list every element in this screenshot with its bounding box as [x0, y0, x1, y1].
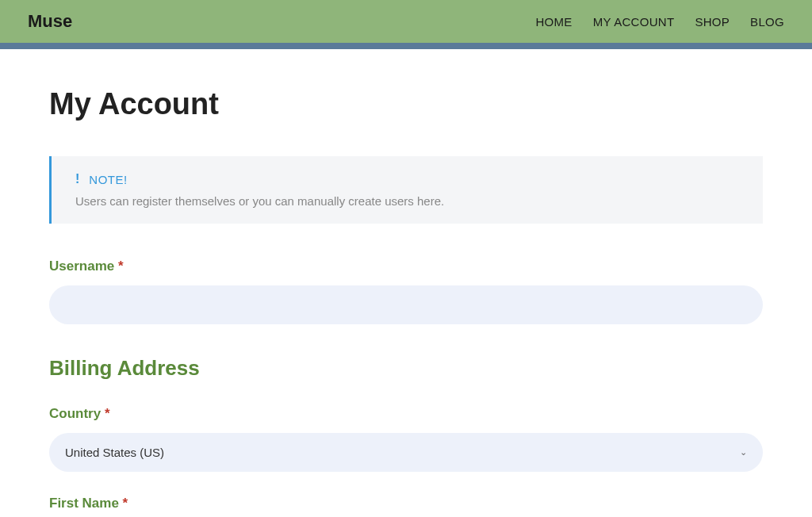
page-title: My Account: [49, 87, 763, 121]
note-text: Users can register themselves or you can…: [75, 194, 739, 208]
note-header: ! NOTE!: [75, 172, 739, 186]
country-label: Country *: [49, 406, 763, 422]
note-box: ! NOTE! Users can register themselves or…: [49, 156, 763, 224]
country-select-wrapper: United States (US) ⌄: [49, 433, 763, 496]
info-icon: !: [75, 172, 79, 186]
required-mark: *: [105, 406, 110, 421]
main-container: My Account ! NOTE! Users can register th…: [21, 87, 791, 517]
first-name-label-text: First Name: [49, 496, 123, 511]
required-mark: *: [123, 496, 128, 511]
first-name-label: First Name *: [49, 496, 763, 511]
nav-home[interactable]: HOME: [535, 15, 572, 29]
main-nav: HOME MY ACCOUNT SHOP BLOG: [535, 15, 784, 29]
country-select[interactable]: United States (US): [49, 433, 763, 472]
site-logo[interactable]: Muse: [28, 11, 72, 32]
nav-shop[interactable]: SHOP: [695, 15, 730, 29]
header: Muse HOME MY ACCOUNT SHOP BLOG: [0, 0, 812, 43]
country-label-text: Country: [49, 406, 105, 421]
username-input[interactable]: [49, 285, 763, 324]
header-divider: [0, 43, 812, 49]
billing-address-heading: Billing Address: [49, 356, 763, 381]
nav-my-account[interactable]: MY ACCOUNT: [593, 15, 675, 29]
nav-blog[interactable]: BLOG: [750, 15, 784, 29]
username-label-text: Username: [49, 258, 118, 274]
username-label: Username *: [49, 258, 763, 274]
note-title: NOTE!: [89, 173, 127, 186]
required-mark: *: [118, 258, 124, 274]
